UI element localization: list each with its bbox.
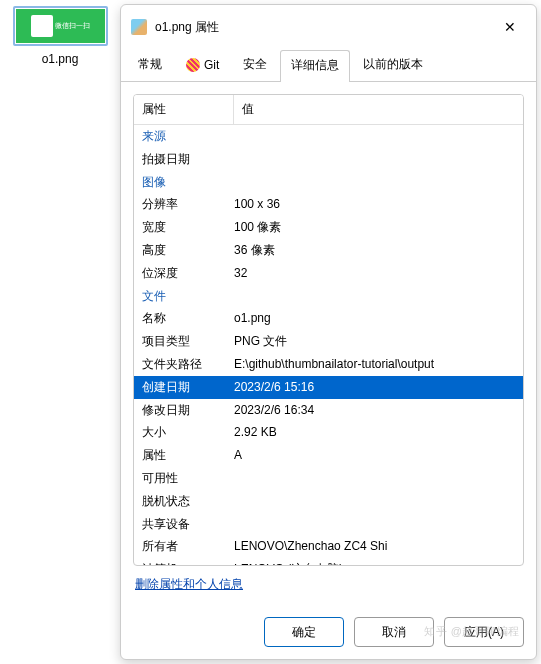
file-thumbnail[interactable]: 微信扫一扫 bbox=[13, 6, 108, 46]
section-image: 图像 bbox=[134, 171, 523, 194]
image-file-icon bbox=[131, 19, 147, 35]
thumb-inner-text: 微信扫一扫 bbox=[55, 22, 90, 30]
details-grid[interactable]: 属性 值 来源 拍摄日期 图像 分辨率100 x 36 宽度100 像素 高度3… bbox=[133, 94, 524, 566]
tab-previous-versions[interactable]: 以前的版本 bbox=[352, 49, 434, 81]
row-item-type[interactable]: 项目类型PNG 文件 bbox=[134, 330, 523, 353]
row-date-taken[interactable]: 拍摄日期 bbox=[134, 148, 523, 171]
row-width[interactable]: 宽度100 像素 bbox=[134, 216, 523, 239]
titlebar: o1.png 属性 ✕ bbox=[121, 5, 536, 49]
row-attributes[interactable]: 属性A bbox=[134, 444, 523, 467]
row-date-created[interactable]: 创建日期2023/2/6 15:16 bbox=[134, 376, 523, 399]
section-file: 文件 bbox=[134, 285, 523, 308]
file-list-sidebar: 微信扫一扫 o1.png bbox=[0, 0, 120, 664]
properties-dialog: o1.png 属性 ✕ 常规 Git 安全 详细信息 以前的版本 属性 值 来源… bbox=[120, 4, 537, 660]
apply-button[interactable]: 应用(A) bbox=[444, 617, 524, 647]
tab-details[interactable]: 详细信息 bbox=[280, 50, 350, 82]
git-icon bbox=[186, 58, 200, 72]
row-bit-depth[interactable]: 位深度32 bbox=[134, 262, 523, 285]
qr-icon bbox=[31, 15, 53, 37]
grid-header: 属性 值 bbox=[134, 95, 523, 125]
tab-general[interactable]: 常规 bbox=[127, 49, 173, 81]
dialog-footer: 确定 取消 应用(A) 知乎 @超哥聊编程 bbox=[121, 605, 536, 659]
tab-strip: 常规 Git 安全 详细信息 以前的版本 bbox=[121, 49, 536, 82]
tab-git[interactable]: Git bbox=[175, 51, 230, 80]
close-button[interactable]: ✕ bbox=[492, 13, 528, 41]
tab-git-label: Git bbox=[204, 58, 219, 72]
remove-properties-link[interactable]: 删除属性和个人信息 bbox=[135, 577, 243, 591]
row-availability[interactable]: 可用性 bbox=[134, 467, 523, 490]
row-owner[interactable]: 所有者LENOVO\Zhenchao ZC4 Shi bbox=[134, 535, 523, 558]
row-size[interactable]: 大小2.92 KB bbox=[134, 421, 523, 444]
tab-security[interactable]: 安全 bbox=[232, 49, 278, 81]
row-name[interactable]: 名称o1.png bbox=[134, 307, 523, 330]
row-resolution[interactable]: 分辨率100 x 36 bbox=[134, 193, 523, 216]
row-folder-path[interactable]: 文件夹路径E:\github\thumbnailator-tutorial\ou… bbox=[134, 353, 523, 376]
section-origin: 来源 bbox=[134, 125, 523, 148]
row-date-modified[interactable]: 修改日期2023/2/6 16:34 bbox=[134, 399, 523, 422]
column-header-property[interactable]: 属性 bbox=[134, 95, 234, 124]
file-thumbnail-label: o1.png bbox=[6, 52, 114, 66]
row-shared-with[interactable]: 共享设备 bbox=[134, 513, 523, 536]
column-header-value[interactable]: 值 bbox=[234, 95, 523, 124]
row-offline-status[interactable]: 脱机状态 bbox=[134, 490, 523, 513]
cancel-button[interactable]: 取消 bbox=[354, 617, 434, 647]
ok-button[interactable]: 确定 bbox=[264, 617, 344, 647]
window-title: o1.png 属性 bbox=[155, 19, 484, 36]
row-height[interactable]: 高度36 像素 bbox=[134, 239, 523, 262]
row-computer[interactable]: 计算机LENOVO (这台电脑) bbox=[134, 558, 523, 565]
